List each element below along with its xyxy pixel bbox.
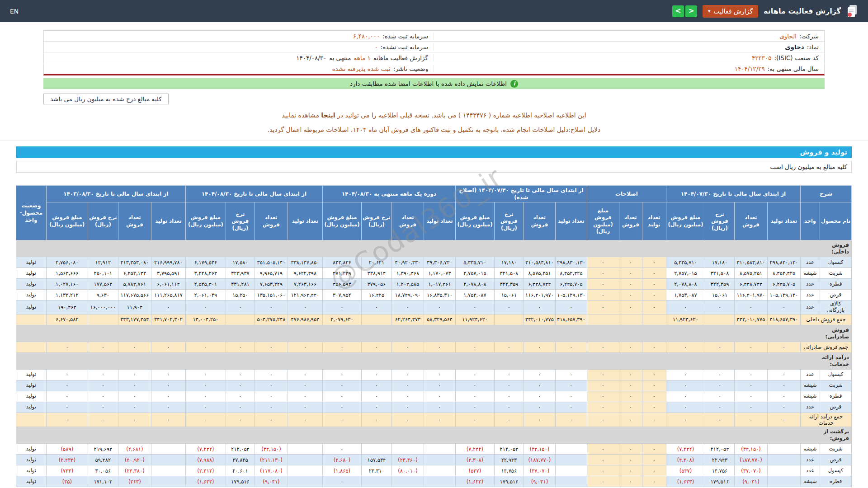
unit-cell: عدد (800, 369, 820, 380)
product-name-cell: قطره (820, 476, 852, 487)
value-cell: ۰ (255, 300, 288, 314)
amounts-unit-note: کلیه مبالغ درج شده به میلیون ریال می باش… (43, 94, 169, 104)
table-row: کالای بازرگانیعدد۰۰۰۰۰۰۰۰۰۰۰۰۰۰۰۰۰۰۰۰۱۱,… (16, 300, 851, 314)
value-cell (361, 476, 392, 487)
value-cell: ۰ (494, 342, 524, 352)
status-cell: تولید (16, 300, 46, 314)
value-cell: ۰ (642, 290, 666, 300)
value-cell: ۱۱۶,۴۰۱,۹۷۰ (524, 290, 555, 300)
value-cell: ۰ (524, 413, 555, 427)
value-cell: ۰ (642, 455, 666, 465)
value-cell: ۰ (46, 391, 88, 402)
value-cell: ۳۴۳,۱۷۷,۴۵۴ (118, 314, 151, 325)
section-label-cell: برگشت از فروش: (16, 427, 851, 444)
row-title-cell: جمع درآمد ارائه خدمات (800, 413, 851, 427)
value-cell: ۰ (46, 369, 88, 380)
value-cell: ۳۵۱,۵۰۵,۱۴۰ (255, 257, 288, 268)
value-cell: ۰ (322, 369, 361, 380)
value-cell: ۰ (424, 413, 455, 427)
prev-announcement-button[interactable]: < (672, 5, 684, 17)
registered-capital-value: ۶,۴۸۰,۰۰۰ (353, 33, 380, 40)
column-group-header: وضعیت محصول-واحد (16, 186, 46, 240)
value-cell: ۰ (587, 268, 619, 279)
report-type-dropdown[interactable]: گزارش فعالیت ▾ (703, 5, 758, 18)
value-cell: ۲۵۰,۱۰۱ (88, 268, 118, 279)
fiscal-year-cell: سال مالی منتهی به: ۱۴۰۴/۱۲/۲۹ (434, 65, 824, 72)
value-cell: ۳۰۷,۹۵۲ (322, 290, 361, 300)
value-cell: ۰ (151, 402, 185, 413)
value-cell: ۳۷۹,۰۵۶ (361, 279, 392, 290)
value-cell: ۰ (524, 402, 555, 413)
value-cell: ۰ (642, 413, 666, 427)
value-cell: ۱۰۵,۱۲۹,۱۳۰ (767, 290, 800, 300)
value-cell: (۹,۰۴۱) (524, 476, 555, 487)
value-cell (705, 314, 734, 325)
amendment-text-suffix: مشاهده نمایید (282, 112, 319, 119)
column-header: مبلغ فروش (میلیون ریال) (322, 202, 361, 240)
value-cell: ۰ (322, 444, 361, 455)
value-cell: ۱۶,۸۳۵,۳۱۰ (424, 290, 455, 300)
value-cell: ۱۱,۹۲۴,۶۲۰ (666, 314, 705, 325)
value-cell: ۱,۲۰۴,۵۸۵ (392, 279, 424, 290)
value-cell: ۰ (455, 402, 494, 413)
company-name[interactable]: الحاوی (779, 33, 797, 40)
table-row: کپسولعدد۰۰۰۰۰۰۰۰۰۰۰۰۰۰۰۰۰۰۰۰۰۰۰تولید (16, 369, 851, 380)
value-cell (424, 455, 455, 465)
value-cell: ۰ (46, 402, 88, 413)
value-cell: ۱۵۷,۵۳۴ (361, 455, 392, 465)
value-cell: ۰ (361, 402, 392, 413)
next-announcement-button[interactable]: > (685, 5, 697, 17)
value-cell: ۱۷۹,۵۱۶ (226, 476, 255, 487)
language-toggle[interactable]: EN (10, 8, 19, 15)
issuer-status-value: ثبت شده پذیرفته نشده (332, 65, 390, 72)
value-cell: ۰ (767, 413, 800, 427)
value-cell: ۰ (619, 342, 642, 352)
value-cell: ۰ (46, 342, 88, 352)
unit-cell: شیشه (800, 476, 820, 487)
value-cell: (۱۱۷,۰۸۰) (255, 465, 288, 476)
value-cell: ۴۰,۹۲۰,۳۳۰ (392, 257, 424, 268)
value-cell: ۳۳۸,۹۱۴ (361, 268, 392, 279)
product-name-cell: شربت (820, 268, 852, 279)
value-cell: ۰ (666, 402, 705, 413)
value-cell: ۱۱۱,۲۶۵,۸۱۷ (151, 290, 185, 300)
top-bar: گزارش فعالیت ماهانه گزارش فعالیت ▾ < > E… (0, 0, 868, 22)
announcement-nav: < > (672, 5, 697, 17)
value-cell: ۰ (118, 342, 151, 352)
symbol-value[interactable]: دحاوي (785, 43, 804, 51)
product-name-cell: قرص (820, 402, 852, 413)
value-cell: ۰ (734, 402, 767, 413)
value-cell: ۰ (455, 391, 494, 402)
value-cell: ۲,۷۵۶,۰۸۰ (46, 257, 88, 268)
value-cell: ۰ (226, 380, 255, 391)
value-cell: (۷,۲۴۲) (666, 444, 705, 455)
total-row: جمع درآمد ارائه خدمات۰۰۰۰۰۰۰۰۰۰۰۰۰۰۰۰۰۰۰… (16, 413, 851, 427)
value-cell: ۰ (255, 369, 288, 380)
value-cell: ۰ (642, 279, 666, 290)
value-cell: (۴۰,۹۲۰) (118, 455, 151, 465)
value-cell: ۰ (642, 465, 666, 476)
value-cell: ۱۲۱,۹۶۴,۴۴۰ (288, 290, 322, 300)
value-cell: ۰ (734, 300, 767, 314)
value-cell: ۰ (424, 391, 455, 402)
value-cell: ۰ (118, 391, 151, 402)
value-cell: (۹,۰۴۱) (734, 476, 767, 487)
value-cell: (۵۸۹) (46, 444, 88, 455)
value-cell: ۸,۴۵۲,۴۲۵ (555, 268, 587, 279)
value-cell: ۰ (185, 380, 226, 391)
value-cell: (۳۴,۱۵۰) (524, 444, 555, 455)
previous-version-link[interactable]: اینجا (321, 112, 335, 119)
value-cell: ۰ (555, 402, 587, 413)
value-cell (642, 314, 666, 325)
value-cell: ۰ (642, 476, 666, 487)
info-row: شرکت: الحاوی سرمایه ثبت شده: ۶,۴۸۰,۰۰۰ (44, 31, 824, 42)
product-name-cell: کپسول (820, 369, 852, 380)
value-cell: ۰ (322, 391, 361, 402)
product-name-cell: شربت (820, 380, 852, 391)
value-cell: ۰ (734, 391, 767, 402)
value-cell: ۰ (705, 413, 734, 427)
value-cell: ۰ (767, 391, 800, 402)
value-cell: ۰ (322, 300, 361, 314)
value-cell: ۱۱,۹۰۴ (118, 300, 151, 314)
value-cell: ۰ (288, 300, 322, 314)
